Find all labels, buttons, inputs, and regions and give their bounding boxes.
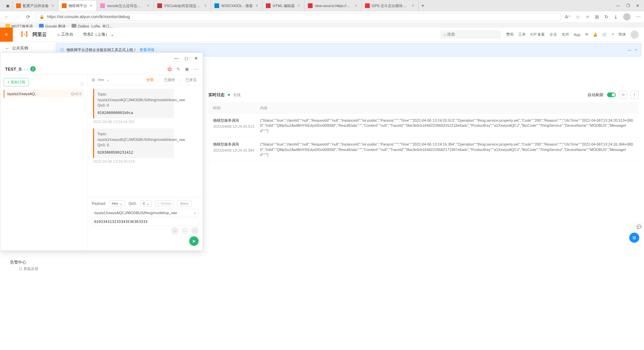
nav-link[interactable]: 工单	[518, 32, 526, 37]
compose-topic-select[interactable]: /sys/a1XxwyxAQCJ/MODBUS/thing/model/up_r…	[92, 209, 199, 217]
tab-title: view-source:https://www...	[315, 4, 352, 8]
profile-avatar[interactable]	[623, 13, 631, 21]
close-icon[interactable]: ×	[411, 4, 415, 8]
info-icon: ⓘ	[60, 47, 64, 52]
chat-icon[interactable]: 💬	[634, 223, 644, 231]
menu-icon[interactable]: ⋯	[636, 14, 641, 20]
prev-icon[interactable]: ‹	[171, 227, 178, 234]
log-table: 时间 内容 物模型服务调用 2022/04/06 13:24:20.513 {"…	[208, 102, 639, 162]
nav-link[interactable]: ICP 备案	[530, 32, 545, 37]
more-icon[interactable]: ⋯	[194, 67, 198, 72]
banner-link[interactable]: 查看详情	[139, 47, 154, 52]
user-avatar[interactable]	[631, 31, 639, 39]
minimize-icon[interactable]: ―	[616, 3, 620, 8]
nav-link[interactable]: 支持	[562, 32, 569, 37]
browser-tab[interactable]: view-source:https://www...×	[305, 1, 362, 11]
row-content[interactable]: {"Status":"true","clientId":"null","Requ…	[260, 142, 634, 157]
minimize-icon[interactable]: ―	[174, 56, 178, 61]
retain-toggle[interactable]: ○ Retain	[155, 200, 174, 206]
close-icon[interactable]: ×	[51, 4, 55, 8]
nav-link[interactable]: 费用	[506, 32, 514, 37]
browser-tab[interactable]: 物联网平台×	[58, 1, 97, 11]
search-input[interactable]: ⌕ 搜索	[440, 30, 501, 39]
browser-tab[interactable]: vscode怎么边写边看效果...×	[97, 1, 154, 11]
next-icon[interactable]: ›	[191, 227, 199, 234]
close-icon[interactable]: ✕	[194, 56, 198, 61]
message-box[interactable]: Topic: /sys/a1XxwyxAQCJ/MODBUS/thing/mod…	[93, 89, 174, 118]
status-text: 在线	[233, 92, 241, 98]
url-text: https://iot.console.aliyun.com/lk/monito…	[47, 14, 130, 19]
row-meta: 物模型服务调用 2022/04/06 13:24:16.384	[213, 142, 260, 157]
apps-icon[interactable]: ⊞	[629, 233, 639, 243]
message-timestamp: 2022-04-06 13:24:20:519	[93, 159, 197, 163]
compose-payload-input[interactable]: 020334313233343536363333	[92, 218, 199, 226]
app-root: ≡ 【-】阿里云 ⌂工作台 华东2（上海）⌄ ⌕ 搜索 费用 工单 ICP 备案…	[0, 28, 644, 350]
close-icon[interactable]: ×	[297, 4, 301, 8]
close-icon[interactable]: ✕	[636, 3, 639, 8]
hamburger-icon[interactable]: ≡	[0, 28, 13, 42]
col-content: 内容	[260, 106, 634, 111]
reload-icon[interactable]: ⟳	[25, 14, 32, 20]
feedback-link[interactable]: ☳新版反馈	[19, 266, 38, 271]
qos-select[interactable]: 0⌄	[140, 200, 151, 207]
close-icon[interactable]: ×	[89, 4, 93, 8]
filter-tab-all[interactable]: 全部	[144, 77, 156, 82]
url-input[interactable]: 🔒 https://iot.console.aliyun.com/lk/moni…	[36, 13, 561, 21]
forward-icon[interactable]: →	[14, 14, 21, 20]
row-content[interactable]: {"Status":"true","clientId":"null","Requ…	[260, 118, 634, 133]
compose-history-nav: ‹ — ›	[92, 227, 199, 234]
close-icon[interactable]: ×	[203, 4, 207, 8]
star-icon[interactable]: ☆	[576, 14, 580, 20]
back-icon[interactable]: ←	[3, 14, 10, 20]
message-box[interactable]: Topic: /sys/a1XxwyxAQCJ/MODBUS/thing/mod…	[93, 128, 174, 158]
bell-icon[interactable]: 🔔	[593, 32, 598, 37]
sidebar-toggle[interactable]: ▣	[3, 1, 13, 11]
browser-tab[interactable]: HTML 编辑器×	[263, 1, 305, 11]
close-icon[interactable]: ×	[255, 4, 259, 8]
browser-tab[interactable]: GPS 北斗定位模块使用说...×	[362, 1, 419, 11]
filter-tab-sent[interactable]: 已发送	[184, 77, 199, 82]
workspace-link[interactable]: ⌂工作台	[52, 32, 78, 37]
region-select[interactable]: 华东2（上海）⌄	[78, 32, 119, 37]
lang-select[interactable]: 简体	[618, 32, 626, 37]
maximize-icon[interactable]: ◻	[185, 56, 188, 61]
collections-icon[interactable]: ⊞	[595, 14, 599, 20]
top-nav: 费用 工单 ICP 备案 企业 支持 App ✉ 🔔 🛒 ? 简体	[501, 31, 644, 39]
message-icon[interactable]: ✉	[585, 32, 588, 37]
help-icon[interactable]: ?	[612, 33, 614, 37]
browser-tab[interactable]: W3SCHOOL - 搜索×	[211, 1, 263, 11]
edit-icon[interactable]: ✎	[176, 67, 180, 72]
auto-refresh-toggle[interactable]	[607, 92, 616, 97]
chevron-down-icon[interactable]: ⌄⌄	[23, 67, 28, 71]
topic-item[interactable]: /sys/a1XxwyxAQ... QoS 0	[4, 90, 84, 98]
new-tab-button[interactable]: +	[419, 3, 427, 9]
browser-tab[interactable]: 配置产品和设备×	[13, 1, 58, 11]
payload-format-select[interactable]: Hex⌄	[110, 200, 125, 207]
nav-link[interactable]: 企业	[550, 32, 557, 37]
close-icon[interactable]: ×	[635, 48, 637, 52]
maximize-icon[interactable]: ❐	[626, 3, 630, 8]
power-icon[interactable]: ⏻	[167, 67, 172, 72]
close-icon[interactable]: ×	[354, 4, 358, 8]
reader-icon[interactable]: A⁺	[565, 14, 570, 20]
close-icon[interactable]: ×	[146, 4, 150, 8]
minimize-icon[interactable]: —	[628, 48, 632, 52]
message-item: Topic: /sys/a1XxwyxAQCJ/MODBUS/thing/mod…	[93, 89, 197, 124]
history-icon[interactable]: ↻	[604, 14, 608, 20]
refresh-icon[interactable]: ⟳	[619, 91, 627, 99]
add-subscription-button[interactable]: + 添加订阅	[4, 78, 29, 86]
list-icon[interactable]: ☷	[80, 82, 84, 86]
favorites-icon[interactable]: ✧	[586, 14, 590, 20]
download-icon[interactable]: ⤓	[614, 14, 618, 20]
export-icon[interactable]: ⤴	[631, 91, 639, 99]
meta-button[interactable]: Meta	[177, 200, 191, 207]
message-topic: Topic: /sys/a1XxwyxAQCJ/MODBUS/thing/mod…	[97, 131, 170, 148]
format-select[interactable]: Hex ⌄	[98, 78, 110, 82]
cart-icon[interactable]: 🛒	[602, 32, 607, 37]
filter-tab-received[interactable]: 已接收	[162, 77, 177, 82]
aliyun-logo[interactable]: 【-】阿里云	[13, 31, 52, 38]
send-button[interactable]: ➤	[189, 236, 199, 246]
save-icon[interactable]: ▣	[185, 67, 189, 72]
browser-tab[interactable]: VSCode如何实现边写边改...×	[154, 1, 211, 11]
nav-link[interactable]: App	[574, 33, 580, 37]
